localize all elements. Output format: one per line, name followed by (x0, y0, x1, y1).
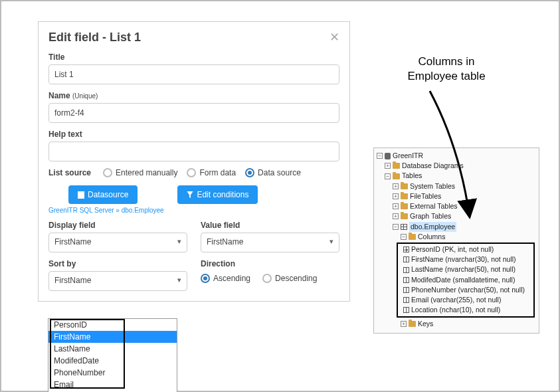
direction-label: Direction (201, 259, 339, 268)
breadcrumb-table-link[interactable]: dbo.Employee (122, 207, 164, 214)
tree-column[interactable]: LastName (nvarchar(50), not null) (399, 264, 532, 274)
column-icon (403, 277, 409, 283)
folder-icon (401, 193, 408, 199)
tree-column[interactable]: Location (nchar(10), not null) (399, 305, 532, 315)
radio-descending[interactable]: Descending (262, 274, 317, 283)
object-explorer-tree: −GreenITR +Database Diagrams −Tables +Sy… (373, 147, 539, 334)
title-label: Title (48, 52, 339, 62)
edit-field-dialog: Edit field - List 1 ✕ Title Name (Unique… (38, 21, 350, 302)
folder-icon (393, 173, 400, 179)
tree-node[interactable]: +Graph Tables (377, 211, 536, 221)
column-icon (403, 307, 409, 313)
radio-icon (245, 168, 254, 177)
breadcrumb-server-link[interactable]: GreenITR SQL Server (48, 207, 114, 214)
tree-node[interactable]: +Database Diagrams (377, 161, 536, 171)
dropdown-option[interactable]: Email (48, 379, 177, 391)
sort-by-select[interactable]: FirstName (48, 271, 187, 291)
radio-entered-manually[interactable]: Entered manually (103, 168, 177, 177)
radio-icon (201, 274, 210, 283)
tree-node[interactable]: +Keys (377, 319, 536, 329)
database-icon (385, 153, 391, 159)
dropdown-option[interactable]: PersonID (48, 319, 177, 331)
close-icon[interactable]: ✕ (329, 30, 339, 45)
tree-column[interactable]: PersonID (PK, int, not null) (399, 245, 532, 254)
annotation-label: Columns in Employee table (380, 54, 513, 84)
folder-icon (409, 234, 416, 240)
table-icon (401, 224, 407, 230)
name-label: Name (Unique) (48, 91, 339, 100)
folder-icon (401, 213, 408, 219)
tree-node[interactable]: +External Tables (377, 201, 536, 211)
help-text-input[interactable] (48, 142, 339, 161)
tree-node[interactable]: −Tables (377, 171, 536, 181)
name-input[interactable] (48, 103, 339, 123)
column-icon (403, 287, 409, 293)
radio-icon (187, 168, 196, 177)
tree-node[interactable]: +FileTables (377, 191, 536, 201)
edit-conditions-button[interactable]: Edit conditions (177, 185, 258, 204)
dialog-title: Edit field - List 1 (48, 31, 141, 45)
folder-icon (409, 321, 416, 327)
value-field-label: Value field (201, 221, 339, 230)
document-frame: Edit field - List 1 ✕ Title Name (Unique… (0, 0, 560, 392)
radio-icon (262, 274, 272, 283)
column-icon (403, 256, 409, 262)
display-field-label: Display field (48, 221, 187, 230)
key-column-icon (403, 246, 409, 252)
help-text-label: Help text (48, 130, 339, 139)
radio-data-source[interactable]: Data source (245, 168, 301, 177)
tree-column[interactable]: PhoneNumber (varchar(50), not null) (399, 285, 532, 295)
column-icon (403, 267, 409, 273)
database-icon (78, 191, 84, 199)
tree-column[interactable]: Email (varchar(255), not null) (399, 295, 532, 305)
dropdown-option[interactable]: PhoneNumber (48, 367, 177, 379)
title-input[interactable] (48, 64, 339, 84)
tree-column[interactable]: ModifedDate (smalldatetime, null) (399, 275, 532, 285)
tree-node-employee[interactable]: −dbo.Employee (377, 222, 536, 232)
dropdown-option[interactable]: ModifedDate (48, 355, 177, 367)
columns-highlight-box: PersonID (PK, int, not null) FirstName (… (397, 243, 535, 318)
radio-form-data[interactable]: Form data (187, 168, 236, 177)
radio-icon (103, 168, 112, 177)
folder-icon (401, 203, 408, 209)
radio-ascending[interactable]: Ascending (201, 274, 250, 283)
folder-icon (393, 163, 400, 169)
column-icon (403, 297, 409, 303)
tree-node-database[interactable]: −GreenITR (377, 151, 536, 161)
tree-column[interactable]: FirstName (nvarchar(30), not null) (399, 254, 532, 264)
tree-node[interactable]: +System Tables (377, 181, 536, 191)
sort-by-dropdown-list[interactable]: PersonID FirstName LastName ModifedDate … (48, 318, 177, 392)
filter-icon (187, 191, 193, 199)
datasource-breadcrumb: GreenITR SQL Server » dbo.Employee (48, 207, 339, 214)
folder-icon (401, 183, 408, 189)
display-field-select[interactable]: FirstName (48, 233, 187, 252)
tree-node-columns[interactable]: −Columns (377, 232, 536, 242)
dropdown-option[interactable]: LastName (48, 343, 177, 355)
dropdown-option[interactable]: FirstName (48, 331, 177, 343)
list-source-label: List source (48, 168, 91, 177)
sort-by-label: Sort by (48, 259, 187, 268)
value-field-select[interactable]: FirstName (201, 233, 339, 252)
svg-point-0 (78, 191, 83, 193)
datasource-button[interactable]: Datasource (68, 185, 138, 204)
